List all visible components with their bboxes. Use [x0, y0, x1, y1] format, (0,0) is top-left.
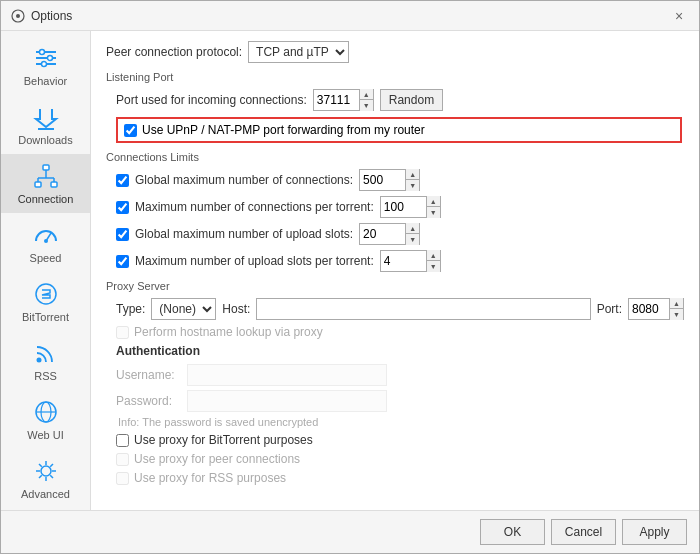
upnp-row: Use UPnP / NAT-PMP port forwarding from … [116, 117, 682, 143]
svg-rect-9 [43, 165, 49, 170]
content-area: Peer connection protocol: TCP and µTP Li… [91, 31, 699, 510]
upload-slots-decrement[interactable]: ▼ [405, 234, 419, 245]
title-bar-left: Options [11, 9, 72, 23]
hostname-lookup-label: Perform hostname lookup via proxy [134, 325, 323, 339]
global-max-decrement[interactable]: ▼ [405, 180, 419, 191]
sidebar-connection-label: Connection [18, 193, 74, 205]
sidebar-item-webui[interactable]: Web UI [1, 390, 90, 449]
per-torrent-decrement[interactable]: ▼ [426, 207, 440, 218]
upload-per-torrent-checkbox[interactable] [116, 255, 129, 268]
proxy-port-increment[interactable]: ▲ [669, 298, 683, 309]
advanced-icon [32, 457, 60, 485]
hostname-lookup-row: Perform hostname lookup via proxy [106, 325, 684, 339]
port-spinner-btns: ▲ ▼ [359, 89, 373, 111]
upload-slots-increment[interactable]: ▲ [405, 223, 419, 234]
per-torrent-label: Maximum number of connections per torren… [135, 200, 374, 214]
sidebar-item-bittorrent[interactable]: BitTorrent [1, 272, 90, 331]
svg-line-29 [50, 475, 53, 478]
use-bittorrent-row: Use proxy for BitTorrent purposes [106, 433, 684, 447]
per-torrent-spinner[interactable]: 100 ▲ ▼ [380, 196, 441, 218]
rss-icon [32, 339, 60, 367]
proxy-port-spinner[interactable]: 8080 ▲ ▼ [628, 298, 684, 320]
svg-rect-10 [35, 182, 41, 187]
options-icon [11, 9, 25, 23]
username-input[interactable] [187, 364, 387, 386]
global-max-increment[interactable]: ▲ [405, 169, 419, 180]
port-decrement[interactable]: ▼ [359, 100, 373, 111]
svg-point-17 [44, 239, 48, 243]
upload-per-torrent-btns: ▲ ▼ [426, 250, 440, 272]
port-spinner[interactable]: 37111 ▲ ▼ [313, 89, 374, 111]
use-rss-checkbox[interactable] [116, 472, 129, 485]
upload-per-torrent-label: Maximum number of upload slots per torre… [135, 254, 374, 268]
per-torrent-checkbox[interactable] [116, 201, 129, 214]
proxy-port-btns: ▲ ▼ [669, 298, 683, 320]
per-torrent-input[interactable]: 100 [381, 197, 426, 217]
use-bittorrent-checkbox[interactable] [116, 434, 129, 447]
apply-button[interactable]: Apply [622, 519, 687, 545]
upload-slots-row: Global maximum number of upload slots: 2… [106, 223, 684, 245]
upnp-checkbox[interactable] [124, 124, 137, 137]
password-input[interactable] [187, 390, 387, 412]
password-row: Password: [116, 390, 684, 412]
speed-icon [32, 221, 60, 249]
sidebar-webui-label: Web UI [27, 429, 63, 441]
proxy-host-label: Host: [222, 302, 250, 316]
per-torrent-btns: ▲ ▼ [426, 196, 440, 218]
svg-line-30 [50, 464, 53, 467]
info-text: Info: The password is saved unencrypted [116, 416, 684, 428]
protocol-row: Peer connection protocol: TCP and µTP [106, 41, 684, 63]
sidebar-item-advanced[interactable]: Advanced [1, 449, 90, 508]
sidebar-item-connection[interactable]: Connection [1, 154, 90, 213]
dialog-title: Options [31, 9, 72, 23]
sidebar-item-behavior[interactable]: Behavior [1, 36, 90, 95]
sidebar-item-downloads[interactable]: Downloads [1, 95, 90, 154]
global-max-row: Global maximum number of connections: 50… [106, 169, 684, 191]
hostname-lookup-checkbox[interactable] [116, 326, 129, 339]
svg-point-7 [41, 62, 46, 67]
global-max-input[interactable]: 500 [360, 170, 405, 190]
upload-per-torrent-spinner[interactable]: 4 ▲ ▼ [380, 250, 441, 272]
close-button[interactable]: × [669, 6, 689, 26]
proxy-type-select[interactable]: (None) [151, 298, 216, 320]
upload-per-torrent-increment[interactable]: ▲ [426, 250, 440, 261]
use-rss-row: Use proxy for RSS purposes [106, 471, 684, 485]
use-peer-checkbox[interactable] [116, 453, 129, 466]
username-label: Username: [116, 368, 181, 382]
cancel-button[interactable]: Cancel [551, 519, 616, 545]
upload-slots-btns: ▲ ▼ [405, 223, 419, 245]
sidebar-downloads-label: Downloads [18, 134, 72, 146]
port-row: Port used for incoming connections: 3711… [106, 89, 684, 111]
port-label: Port used for incoming connections: [116, 93, 307, 107]
upload-per-torrent-input[interactable]: 4 [381, 251, 426, 271]
title-bar: Options × [1, 1, 699, 31]
use-peer-row: Use proxy for peer connections [106, 452, 684, 466]
proxy-port-input[interactable]: 8080 [629, 299, 669, 319]
proxy-port-decrement[interactable]: ▼ [669, 309, 683, 320]
upload-per-torrent-row: Maximum number of upload slots per torre… [106, 250, 684, 272]
sidebar-item-rss[interactable]: RSS [1, 331, 90, 390]
ok-button[interactable]: OK [480, 519, 545, 545]
upload-slots-checkbox[interactable] [116, 228, 129, 241]
upload-slots-spinner[interactable]: 20 ▲ ▼ [359, 223, 420, 245]
global-max-checkbox[interactable] [116, 174, 129, 187]
upload-slots-label: Global maximum number of upload slots: [135, 227, 353, 241]
protocol-select[interactable]: TCP and µTP [248, 41, 349, 63]
upload-per-torrent-decrement[interactable]: ▼ [426, 261, 440, 272]
footer: OK Cancel Apply [1, 510, 699, 553]
sidebar-item-speed[interactable]: Speed [1, 213, 90, 272]
per-torrent-row: Maximum number of connections per torren… [106, 196, 684, 218]
port-input[interactable]: 37111 [314, 90, 359, 110]
download-icon [32, 103, 60, 131]
global-max-btns: ▲ ▼ [405, 169, 419, 191]
proxy-port-label: Port: [597, 302, 622, 316]
password-label: Password: [116, 394, 181, 408]
upload-slots-input[interactable]: 20 [360, 224, 405, 244]
random-button[interactable]: Random [380, 89, 443, 111]
auth-section-title: Authentication [116, 344, 684, 358]
listening-section-label: Listening Port [106, 71, 684, 83]
global-max-spinner[interactable]: 500 ▲ ▼ [359, 169, 420, 191]
per-torrent-increment[interactable]: ▲ [426, 196, 440, 207]
port-increment[interactable]: ▲ [359, 89, 373, 100]
proxy-host-input[interactable] [256, 298, 590, 320]
